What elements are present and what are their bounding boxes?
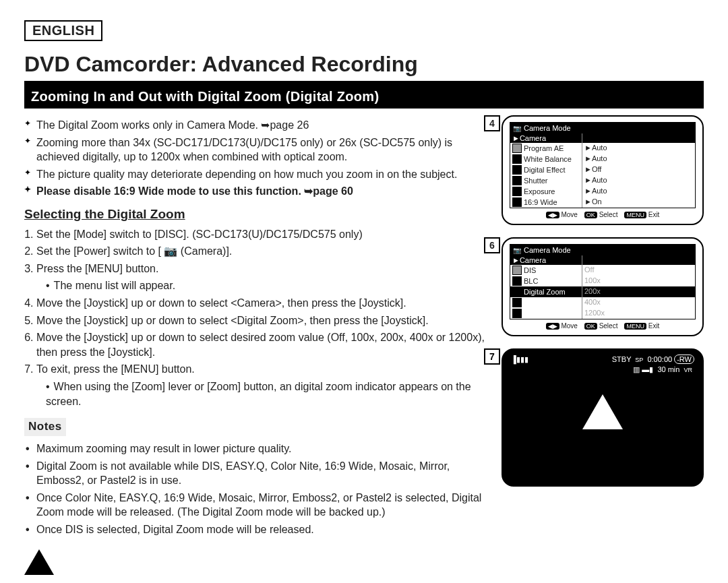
footer-select: Select: [599, 211, 618, 218]
select-icon: OK: [584, 323, 597, 330]
note-item: Maximum zooming may result in lower pict…: [24, 441, 489, 456]
menu-tab-label: ►Camera: [510, 255, 582, 265]
select-icon: OK: [584, 212, 597, 218]
note-item: Once Color Nite, EASY.Q, 16:9 Wide, Mosa…: [24, 491, 489, 520]
manual-page: ENGLISH DVD Camcorder: Advanced Recordin…: [0, 0, 728, 583]
lcd-second-row: ▥ ▬▮ 30 min VR: [511, 365, 694, 374]
step-badge-4: 4: [484, 115, 500, 131]
row-label: White Balance: [524, 155, 572, 163]
row-icon: [512, 144, 522, 153]
row-icon: [512, 276, 522, 286]
row-label: Shutter: [524, 177, 547, 185]
step-item: Move the [Joystick] up or down to select…: [36, 313, 489, 328]
footer-move: Move: [561, 322, 577, 330]
intro-item: Zooming more than 34x (SC-DC171/DC173(U)…: [24, 135, 489, 164]
page-title: DVD Camcorder: Advanced Recording: [24, 52, 704, 77]
menu-row: Exposure►Auto: [510, 186, 695, 197]
menu-row: Shutter►Auto: [510, 175, 695, 186]
step-item: Set the [Mode] switch to [DISC]. (SC-DC1…: [36, 227, 489, 242]
row-label: Digital Zoom: [524, 288, 566, 296]
two-column-layout: The Digital Zoom works only in Camera Mo…: [24, 115, 704, 540]
row-label: Program AE: [524, 144, 564, 152]
step-sub: The menu list will appear.: [46, 278, 489, 293]
intro-item: Please disable 16:9 Wide mode to use thi…: [24, 184, 489, 199]
menu-row: BLC100x: [510, 276, 695, 286]
row-value: 400x: [582, 297, 695, 308]
menu-row: 16:9 Wide►On: [510, 197, 695, 208]
step-text: To exit, press the [MENU] button.: [36, 363, 195, 375]
row-value: ►Off: [582, 164, 695, 175]
menu-row: 400x: [510, 297, 695, 308]
zoom-indicator-icon: [582, 394, 623, 429]
row-value: ►Auto: [582, 154, 695, 164]
step-text: Set the [Mode] switch to [DISC]. (SC-DC1…: [36, 228, 363, 240]
note-item: Once DIS is selected, Digital Zoom mode …: [24, 522, 489, 537]
step-text: Move the [Joystick] up or down to select…: [36, 315, 429, 326]
intro-item: The Digital Zoom works only in Camera Mo…: [24, 118, 489, 133]
row-label: DIS: [524, 266, 536, 274]
time-counter: 0:00:00: [647, 355, 672, 363]
menu-row: DISOff: [510, 265, 695, 276]
battery-icon: ▥ ▬▮: [633, 365, 653, 373]
step-text: Press the [MENU] button.: [36, 263, 158, 274]
step-item: Press the [MENU] button. The menu list w…: [36, 262, 489, 293]
step-item: Move the [Joystick] up or down to select…: [36, 330, 489, 359]
row-icon: [512, 165, 522, 175]
row-icon: [512, 154, 522, 164]
row-value: 100x: [582, 276, 695, 286]
page-number-badge: 62: [24, 549, 54, 575]
page-number: 62: [34, 536, 44, 547]
exit-icon: MENU: [624, 212, 646, 218]
row-value: 200x: [582, 286, 695, 297]
step-text: Move the [Joystick] up or down to select…: [36, 332, 485, 358]
lcd-topbar: ▐▮▮▮ STBY SP 0:00:00 -RW: [511, 355, 694, 364]
steps-list: Set the [Mode] switch to [DISC]. (SC-DC1…: [36, 227, 489, 409]
move-icon: ◀▶: [546, 323, 559, 330]
menu-mode-title: Camera Mode: [510, 245, 695, 255]
step-text: Move the [Joystick] up or down to select…: [36, 297, 406, 309]
step-item: To exit, press the [MENU] button. When u…: [36, 362, 489, 408]
menu-mode-text: Camera Mode: [524, 246, 571, 254]
disc-type: -RW: [674, 355, 694, 364]
footer-select: Select: [599, 322, 618, 330]
lcd-footer: ◀▶ Move OK Select MENU Exit: [510, 208, 696, 218]
menu-tab-label: ►Camera: [510, 133, 582, 143]
menu-row-selected: Digital Zoom200x: [510, 286, 695, 297]
row-icon: [512, 176, 522, 185]
note-item: Digital Zoom is not available while DIS,…: [24, 459, 489, 488]
step-badge-6: 6: [484, 237, 500, 253]
notes-list: Maximum zooming may result in lower pict…: [24, 441, 489, 537]
lcd-footer: ◀▶ Move OK Select MENU Exit: [510, 319, 696, 330]
rec-indicator-icon: ▐▮▮▮: [511, 355, 528, 364]
lcd-screenshot-6: 6 Camera Mode ►Camera DISOff BLC100x Dig…: [502, 237, 704, 336]
lcd-screenshot-4: 4 Camera Mode ►Camera Program AE►Auto Wh…: [502, 115, 704, 225]
row-label: Exposure: [524, 187, 555, 195]
row-value: Off: [582, 265, 695, 276]
menu-row: Program AE►Auto: [510, 143, 695, 154]
page-triangle-icon: 62: [24, 549, 54, 575]
menu-mode-text: Camera Mode: [524, 124, 571, 132]
step-item: Set the [Power] switch to [ 📷 (Camera)].: [36, 244, 489, 259]
step-sub: When using the [Zoom] lever or [Zoom] bu…: [46, 379, 489, 408]
section-subtitle: Zooming In and Out with Digital Zoom (Di…: [24, 85, 704, 109]
menu-tab: ►Camera: [510, 255, 695, 265]
sp-badge: SP: [633, 357, 645, 363]
screenshot-column: 4 Camera Mode ►Camera Program AE►Auto Wh…: [502, 115, 704, 540]
exit-icon: MENU: [624, 323, 646, 330]
footer-exit: Exit: [648, 322, 660, 330]
footer-move: Move: [561, 211, 577, 218]
row-icon: [512, 309, 522, 318]
row-icon: [512, 287, 522, 297]
step-text: Set the [Power] switch to [ 📷 (Camera)].: [36, 245, 232, 257]
row-value: ►Auto: [582, 186, 695, 197]
row-value: 1200x: [582, 308, 695, 319]
menu-mode-title: Camera Mode: [510, 123, 695, 133]
row-icon: [512, 197, 522, 207]
lcd-screenshot-7: 7 ▐▮▮▮ STBY SP 0:00:00 -RW ▥ ▬▮ 30 min V…: [502, 348, 704, 487]
stby-label: STBY: [612, 355, 632, 363]
row-label: 16:9 Wide: [524, 198, 557, 206]
vr-badge: VR: [681, 367, 694, 373]
row-label: BLC: [524, 277, 538, 285]
step-item: Move the [Joystick] up or down to select…: [36, 296, 489, 311]
row-icon: [512, 187, 522, 196]
